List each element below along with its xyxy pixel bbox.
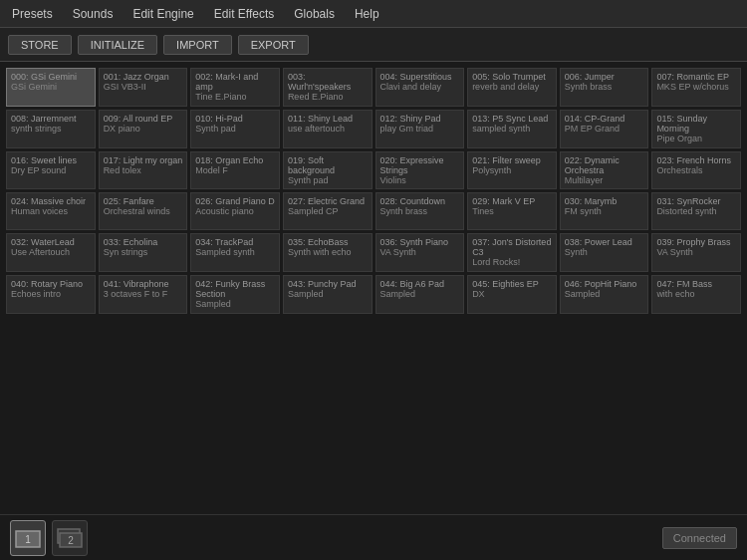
preset-cell-025[interactable]: 025: Fanfare Orchestral winds xyxy=(99,192,188,230)
layer-2-button[interactable]: 2 xyxy=(52,520,88,556)
preset-cell-027[interactable]: 027: Electric Grand Sampled CP xyxy=(283,192,373,230)
bottom-bar: 1 2 Connected xyxy=(0,514,747,560)
preset-cell-036[interactable]: 036: Synth Piano VA Synth xyxy=(375,233,465,272)
menu-edit-effects[interactable]: Edit Effects xyxy=(210,5,278,23)
preset-cell-022[interactable]: 022: Dynamic Orchestra Multilayer xyxy=(560,151,649,190)
preset-cell-007[interactable]: 007: Romantic EP MKS EP w/chorus xyxy=(651,68,741,107)
preset-cell-031[interactable]: 031: SynRocker Distorted synth xyxy=(651,192,741,230)
preset-cell-023[interactable]: 023: French Horns Orchestrals xyxy=(651,151,741,190)
connected-status: Connected xyxy=(662,527,737,549)
preset-cell-038[interactable]: 038: Power Lead Synth xyxy=(560,233,649,272)
preset-cell-024[interactable]: 024: Massive choir Human voices xyxy=(6,192,96,230)
preset-cell-002[interactable]: 002: Mark-I and amp Tine E.Piano xyxy=(190,68,280,107)
menu-globals[interactable]: Globals xyxy=(290,5,339,23)
preset-cell-001[interactable]: 001: Jazz Organ GSI VB3-II xyxy=(99,68,188,107)
preset-cell-045[interactable]: 045: Eighties EP DX xyxy=(467,275,557,314)
preset-cell-006[interactable]: 006: Jumper Synth brass xyxy=(560,68,649,107)
preset-cell-012[interactable]: 012: Shiny Pad play Gm triad xyxy=(375,110,465,148)
preset-cell-021[interactable]: 021: Filter sweep Polysynth xyxy=(467,151,557,190)
export-button[interactable]: EXPORT xyxy=(238,35,309,55)
preset-cell-010[interactable]: 010: Hi-Pad Synth pad xyxy=(190,110,280,148)
preset-cell-047[interactable]: 047: FM Bass with echo xyxy=(651,275,741,314)
layer-buttons: 1 2 xyxy=(10,520,88,556)
preset-grid: 000: GSi Gemini GSi Gemini 001: Jazz Org… xyxy=(6,68,741,314)
preset-cell-032[interactable]: 032: WaterLead Use Aftertouch xyxy=(6,233,96,272)
svg-text:1: 1 xyxy=(25,534,31,545)
preset-cell-042[interactable]: 042: Funky Brass Section Sampled xyxy=(190,275,280,314)
svg-text:2: 2 xyxy=(68,535,74,546)
preset-cell-018[interactable]: 018: Organ Echo Model F xyxy=(190,151,280,190)
menu-edit-engine[interactable]: Edit Engine xyxy=(128,5,197,23)
preset-cell-014[interactable]: 014: CP-Grand PM EP Grand xyxy=(560,110,649,148)
preset-cell-008[interactable]: 008: Jarremnent synth strings xyxy=(6,110,96,148)
preset-cell-017[interactable]: 017: Light my organ Red tolex xyxy=(99,151,188,190)
preset-cell-035[interactable]: 035: EchoBass Synth with echo xyxy=(283,233,373,272)
layer-1-button[interactable]: 1 xyxy=(10,520,46,556)
menu-presets[interactable]: Presets xyxy=(8,5,57,23)
preset-cell-041[interactable]: 041: Vibraphone 3 octaves F to F xyxy=(99,275,188,314)
preset-cell-029[interactable]: 029: Mark V EP Tines xyxy=(467,192,557,230)
initialize-button[interactable]: INITIALIZE xyxy=(78,35,157,55)
preset-cell-015[interactable]: 015: Sunday Morning Pipe Organ xyxy=(651,110,741,148)
preset-cell-044[interactable]: 044: Big A6 Pad Sampled xyxy=(375,275,465,314)
menu-help[interactable]: Help xyxy=(351,5,383,23)
preset-cell-011[interactable]: 011: Shiny Lead use aftertouch xyxy=(283,110,373,148)
preset-cell-000[interactable]: 000: GSi Gemini GSi Gemini xyxy=(6,68,96,107)
preset-cell-003[interactable]: 003: Wurl'n'speakers Reed E.Piano xyxy=(283,68,373,107)
preset-cell-039[interactable]: 039: Prophy Brass VA Synth xyxy=(651,233,741,272)
preset-cell-004[interactable]: 004: Superstitious Clavi and delay xyxy=(375,68,465,107)
preset-cell-009[interactable]: 009: All round EP DX piano xyxy=(99,110,188,148)
preset-cell-020[interactable]: 020: Expressive Strings Violins xyxy=(375,151,465,190)
preset-cell-026[interactable]: 026: Grand Piano D Acoustic piano xyxy=(190,192,280,230)
preset-cell-046[interactable]: 046: PopHit Piano Sampled xyxy=(560,275,649,314)
preset-cell-033[interactable]: 033: Echolina Syn strings xyxy=(99,233,188,272)
store-button[interactable]: STORE xyxy=(8,35,72,55)
preset-cell-043[interactable]: 043: Punchy Pad Sampled xyxy=(283,275,373,314)
menu-bar: Presets Sounds Edit Engine Edit Effects … xyxy=(0,0,747,28)
preset-cell-030[interactable]: 030: Marymb FM synth xyxy=(560,192,649,230)
preset-cell-005[interactable]: 005: Solo Trumpet reverb and delay xyxy=(467,68,557,107)
menu-sounds[interactable]: Sounds xyxy=(69,5,118,23)
preset-cell-016[interactable]: 016: Sweet lines Dry EP sound xyxy=(6,151,96,190)
preset-cell-037[interactable]: 037: Jon's Distorted C3 Lord Rocks! xyxy=(467,233,557,272)
preset-cell-013[interactable]: 013: P5 Sync Lead sampled synth xyxy=(467,110,557,148)
preset-cell-040[interactable]: 040: Rotary Piano Echoes intro xyxy=(6,275,96,314)
preset-cell-028[interactable]: 028: Countdown Synth brass xyxy=(375,192,465,230)
preset-grid-container: 000: GSi Gemini GSi Gemini 001: Jazz Org… xyxy=(0,62,747,514)
import-button[interactable]: IMPORT xyxy=(163,35,232,55)
toolbar: STORE INITIALIZE IMPORT EXPORT xyxy=(0,28,747,62)
preset-cell-019[interactable]: 019: Soft background Synth pad xyxy=(283,151,373,190)
preset-cell-034[interactable]: 034: TrackPad Sampled synth xyxy=(190,233,280,272)
